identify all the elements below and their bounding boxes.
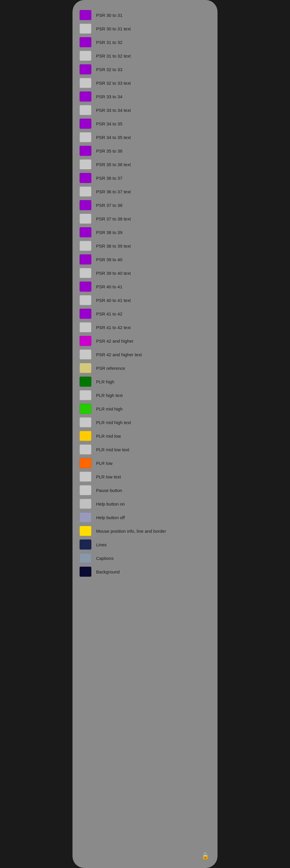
color-swatch-psr-38-39-text (80, 241, 92, 251)
item-label-psr-39-40: PSR 39 to 40 (96, 257, 122, 262)
item-label-psr-31-32-text: PSR 31 to 32 text (96, 54, 131, 58)
list-item[interactable]: PSR 31 to 32 text (75, 49, 215, 63)
item-label-psr-40-41: PSR 40 to 41 (96, 284, 122, 289)
item-label-psr-41-42: PSR 41 to 42 (96, 311, 122, 316)
list-item[interactable]: Captions (75, 551, 215, 565)
color-swatch-psr-34-35 (80, 119, 92, 129)
list-container: PSR 30 to 31PSR 30 to 31 textPSR 31 to 3… (75, 6, 215, 581)
list-item[interactable]: PSR 31 to 32 (75, 35, 215, 49)
list-item[interactable]: PSR 33 to 34 (75, 90, 215, 103)
list-item[interactable]: PLR high (75, 375, 215, 389)
lock-icon: 🔒 (201, 852, 209, 860)
color-swatch-plr-mid-high-text (80, 417, 92, 427)
list-item[interactable]: Help button on (75, 497, 215, 510)
item-label-plr-mid-low: PLR mid low (96, 434, 121, 439)
item-label-psr-37-38: PSR 37 to 38 (96, 203, 122, 208)
list-item[interactable]: PSR 35 to 36 (75, 144, 215, 158)
item-label-psr-33-34-text: PSR 33 to 34 text (96, 108, 131, 113)
item-label-psr-38-39: PSR 38 to 39 (96, 230, 122, 235)
item-label-captions: Captions (96, 556, 113, 561)
list-item[interactable]: Lines (75, 538, 215, 551)
item-label-plr-high-text: PLR high text (96, 393, 122, 398)
list-item[interactable]: PSR 34 to 35 text (75, 130, 215, 144)
list-item[interactable]: PSR 38 to 39 text (75, 239, 215, 253)
color-swatch-psr-40-41-text (80, 295, 92, 305)
color-swatch-help-button-off (80, 513, 92, 522)
list-item[interactable]: PLR mid low text (75, 443, 215, 456)
item-label-psr-reference: PSR reference (96, 366, 125, 371)
list-item[interactable]: PLR high text (75, 389, 215, 402)
list-item[interactable]: PLR mid high (75, 402, 215, 415)
item-label-psr-42-higher: PSR 42 and higher (96, 339, 134, 344)
color-swatch-psr-41-42-text (80, 322, 92, 332)
list-item[interactable]: PSR 42 and higher (75, 334, 215, 348)
item-label-psr-31-32: PSR 31 to 32 (96, 40, 122, 45)
list-item[interactable]: PSR 41 to 42 text (75, 320, 215, 334)
list-item[interactable]: PLR low (75, 456, 215, 470)
list-item[interactable]: PLR low text (75, 470, 215, 484)
item-label-plr-mid-low-text: PLR mid low text (96, 447, 130, 452)
color-swatch-psr-39-40-text (80, 268, 92, 278)
list-item[interactable]: PLR mid low (75, 429, 215, 443)
list-item[interactable]: Pause button (75, 484, 215, 497)
item-label-psr-30-31-text: PSR 30 to 31 text (96, 26, 131, 31)
list-item[interactable]: PSR 32 to 33 text (75, 76, 215, 90)
item-label-psr-32-33: PSR 32 to 33 (96, 67, 122, 72)
list-item[interactable]: PSR 35 to 36 text (75, 158, 215, 171)
color-swatch-plr-mid-low-text (80, 444, 92, 455)
list-item[interactable]: PSR 32 to 33 (75, 63, 215, 76)
phone-container: PSR 30 to 31PSR 30 to 31 textPSR 31 to 3… (73, 0, 217, 868)
item-label-psr-37-38-text: PSR 37 to 38 text (96, 216, 131, 221)
list-item[interactable]: PSR 34 to 35 (75, 117, 215, 130)
list-item[interactable]: PSR 41 to 42 (75, 307, 215, 320)
list-item[interactable]: PLR mid high text (75, 415, 215, 429)
list-item[interactable]: PSR 37 to 38 text (75, 212, 215, 225)
color-swatch-psr-35-36-text (80, 159, 92, 169)
color-swatch-psr-37-38-text (80, 214, 92, 224)
item-label-plr-low: PLR low (96, 461, 113, 466)
list-item[interactable]: PSR 38 to 39 (75, 225, 215, 239)
color-swatch-psr-38-39 (80, 227, 92, 237)
item-label-psr-33-34: PSR 33 to 34 (96, 94, 122, 99)
list-item[interactable]: PSR 30 to 31 text (75, 22, 215, 35)
list-item[interactable]: PSR 37 to 38 (75, 198, 215, 212)
list-item[interactable]: PSR 33 to 34 text (75, 103, 215, 117)
color-swatch-psr-31-32-text (80, 51, 92, 61)
item-label-psr-34-35: PSR 34 to 35 (96, 121, 122, 126)
list-item[interactable]: PSR 36 to 37 text (75, 185, 215, 198)
item-label-plr-mid-high: PLR mid high (96, 406, 122, 411)
item-label-psr-42-higher-text: PSR 42 and higher text (96, 352, 142, 357)
color-swatch-psr-34-35-text (80, 132, 92, 142)
color-swatch-psr-31-32 (80, 37, 92, 47)
item-label-psr-41-42-text: PSR 41 to 42 text (96, 325, 131, 330)
color-swatch-plr-mid-high (80, 404, 92, 414)
item-label-help-button-off: Help button off (96, 515, 125, 520)
list-item[interactable]: Help button off (75, 510, 215, 524)
color-swatch-plr-low (80, 458, 92, 468)
color-swatch-help-button-on (80, 499, 92, 509)
list-item[interactable]: PSR 42 and higher text (75, 348, 215, 361)
color-swatch-plr-mid-low (80, 431, 92, 441)
color-swatch-psr-37-38 (80, 200, 92, 210)
list-item[interactable]: Mouse position info, line and border (75, 524, 215, 538)
color-swatch-psr-36-37 (80, 173, 92, 183)
color-swatch-mouse-position-info (80, 526, 92, 536)
color-swatch-psr-42-higher (80, 336, 92, 346)
list-item[interactable]: PSR 30 to 31 (75, 8, 215, 22)
color-swatch-plr-low-text (80, 472, 92, 482)
color-swatch-psr-42-higher-text (80, 349, 92, 360)
list-item[interactable]: PSR 40 to 41 text (75, 293, 215, 307)
color-swatch-psr-33-34-text (80, 105, 92, 115)
list-item[interactable]: Background (75, 565, 215, 579)
item-label-psr-34-35-text: PSR 34 to 35 text (96, 135, 131, 140)
list-item[interactable]: PSR 39 to 40 text (75, 266, 215, 280)
list-item[interactable]: PSR 39 to 40 (75, 253, 215, 266)
list-item[interactable]: PSR 40 to 41 (75, 280, 215, 293)
item-label-psr-36-37: PSR 36 to 37 (96, 176, 122, 181)
item-label-psr-35-36: PSR 35 to 36 (96, 149, 122, 153)
list-item[interactable]: PSR 36 to 37 (75, 171, 215, 185)
color-swatch-psr-40-41 (80, 282, 92, 291)
item-label-plr-mid-high-text: PLR mid high text (96, 420, 131, 425)
list-item[interactable]: PSR reference (75, 361, 215, 375)
item-label-psr-36-37-text: PSR 36 to 37 text (96, 189, 131, 194)
